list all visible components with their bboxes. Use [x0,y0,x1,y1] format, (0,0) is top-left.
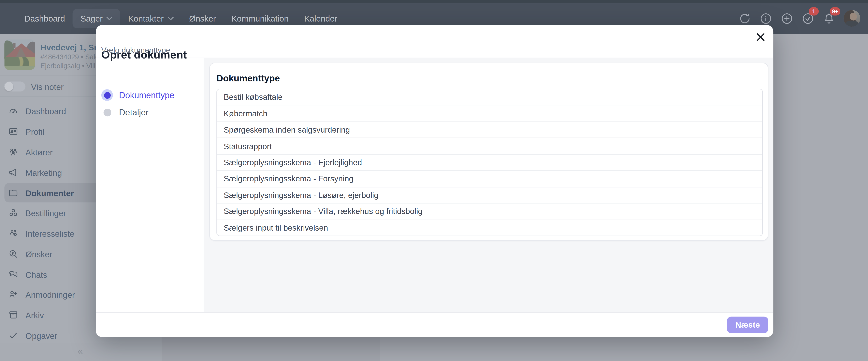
dim-overlay [844,10,860,27]
radio-dot [104,92,111,99]
close-button[interactable] [755,32,766,43]
property-meta-line2: Ejerboligsalg • Vill [40,62,95,70]
collapse-sidebar-button[interactable]: « [72,344,89,359]
archive-icon [8,310,18,320]
info-icon[interactable] [760,12,772,25]
radio-inactive-icon [103,109,111,116]
doc-type-option[interactable]: Spørgeskema inden salgsvurdering [217,121,762,138]
sidebar-item-label: Opgaver [26,331,57,340]
topnav-label: Kommunikation [231,13,289,23]
bell-icon[interactable]: 9+ [823,12,835,25]
sidebar-item-label: Anmodninger [26,290,75,299]
sidebar-item-label: Ønsker [26,249,52,259]
topnav-label: Ønsker [189,13,216,23]
dim-overlay [4,39,35,70]
refresh-icon[interactable] [738,12,751,25]
x-icon [755,32,766,43]
sidebar-item-label: Interesseliste [26,229,74,238]
chevron-down-icon [167,17,174,20]
show-notes-label: Vis noter [31,82,64,91]
id-card-icon [8,127,18,137]
people-icon [8,147,18,157]
doc-type-option[interactable]: Sælgeroplysningsskema - Ejerlejlighed [217,154,762,170]
doc-type-option[interactable]: Købermatch [217,105,762,121]
check-circle-icon[interactable]: 1 [802,12,814,25]
document-type-panel: Dokumenttype Bestil købsaftale Købermatc… [204,58,773,312]
doc-type-option[interactable]: Sælgeroplysningsskema - Villa, rækkehus … [217,203,762,219]
person-plus-icon [8,289,18,300]
avatar[interactable] [844,10,860,27]
topnav-label: Kontakter [128,13,163,23]
chat-bubbles-icon [8,270,18,280]
chevron-down-icon [106,17,113,20]
checkmark-icon [8,330,18,340]
toggle-knob [4,82,13,91]
step-label: Detaljer [119,108,149,117]
doc-type-option[interactable]: Statusrapport [217,138,762,154]
doc-type-option[interactable]: Bestil købsaftale [217,89,762,105]
sidebar-item-label: Bestillinger [26,208,66,218]
property-thumbnail[interactable] [4,39,35,70]
search-pin-icon [8,249,18,259]
show-notes-toggle[interactable] [4,81,26,91]
modal-footer: Næste [96,313,773,337]
window-top-strip [0,0,868,3]
panel-heading: Dokumenttype [216,73,280,84]
sidebar-item-label: Aktører [26,147,53,157]
folder-icon [8,188,18,198]
step-detaljer[interactable]: Detaljer [101,108,149,117]
plus-circle-icon[interactable] [781,12,794,25]
app-screen: ▾ Hvedevej 1, Smø #486434029 • Salg Ejer… [0,0,868,361]
topnav-label: Sager [81,13,102,23]
sidebar-item-label: Chats [26,270,47,279]
property-meta-line1: #486434029 • Salg [40,53,99,61]
sidebar-item-label: Marketing [26,168,62,177]
tasks-badge: 1 [809,7,819,15]
sidebar-item-label: Dokumenter [26,188,74,198]
sidebar-item-label: Arkiv [26,310,44,320]
step-dokumenttype[interactable]: Dokumenttype [101,89,175,101]
sidebar-item-label: Profil [26,127,44,136]
doc-type-option[interactable]: Sælgeroplysningsskema - Løsøre, ejerboli… [217,187,762,203]
sidebar-item-label: Dashboard [26,106,66,116]
gauge-icon [8,106,18,116]
megaphone-icon [8,167,18,177]
document-type-card: Dokumenttype Bestil købsaftale Købermatc… [209,63,768,241]
notifications-badge: 9+ [830,7,840,15]
next-button[interactable]: Næste [727,316,768,333]
topnav-label: Kalender [304,13,337,23]
create-document-modal: Opret dokument Vælg dokumenttype Dokumen… [96,25,773,337]
modal-subtitle: Vælg dokumenttype [101,46,170,54]
step-label: Dokumenttype [119,90,174,100]
people-gear-icon [8,228,18,239]
doc-type-option[interactable]: Sælgeroplysningsskema - Forsyning [217,170,762,187]
cubes-icon [8,208,18,218]
topnav-label: Dashboard [24,13,65,23]
topnav-dashboard[interactable]: Dashboard [17,8,73,28]
doc-type-option[interactable]: Sælgers input til beskrivelsen [217,219,762,236]
document-type-list: Bestil købsaftale Købermatch Spørgeskema… [216,89,763,236]
radio-active-icon [101,89,113,101]
